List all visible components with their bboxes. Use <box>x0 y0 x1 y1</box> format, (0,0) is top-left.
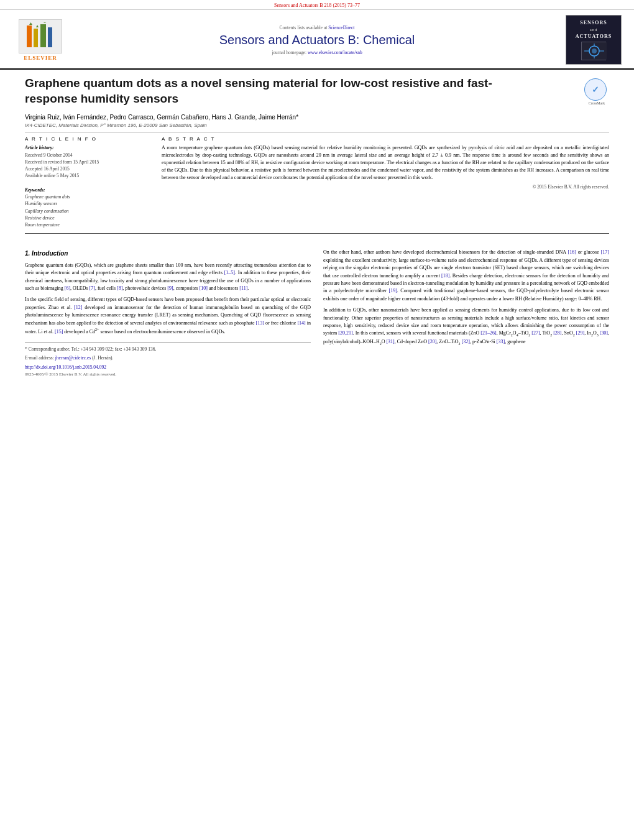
ref-29[interactable]: [29] <box>576 330 584 336</box>
article-content: Graphene quantum dots as a novel sensing… <box>0 70 634 384</box>
ref-18[interactable]: [18] <box>441 273 449 279</box>
article-info-heading: A R T I C L E I N F O <box>25 136 149 142</box>
ref-9[interactable]: [9] <box>167 285 173 291</box>
ref-33[interactable]: [33] <box>497 339 505 344</box>
body-content: 1. Introduction Graphene quantum dots (G… <box>25 249 609 377</box>
ref-12[interactable]: [12] <box>74 305 82 310</box>
sensors-logo: SENSORS and ACTUATORS <box>566 15 622 65</box>
body-para-3: On the other hand, other authors have de… <box>323 249 609 303</box>
page: Sensors and Actuators B 218 (2015) 73–77… <box>0 0 634 840</box>
issn-line: 0925-4005/© 2015 Elsevier B.V. All right… <box>25 371 311 378</box>
elsevier-logo-image <box>19 19 62 53</box>
sensors-logo-title: SENSORS and ACTUATORS <box>576 19 612 40</box>
journal-header: ELSEVIER Contents lists available at Sci… <box>0 10 634 70</box>
elsevier-logo: ELSEVIER <box>12 19 68 61</box>
authors: Virginia Ruiz, Iván Fernández, Pedro Car… <box>25 114 609 121</box>
ref-10[interactable]: [10] <box>200 285 208 291</box>
sensors-logo-image <box>581 42 606 60</box>
copyright: © 2015 Elsevier B.V. All rights reserved… <box>162 183 609 190</box>
ref-15[interactable]: [15] <box>55 329 63 335</box>
ref-17[interactable]: [17] <box>601 249 609 255</box>
contents-line: Contents lists available at ScienceDirec… <box>75 25 559 30</box>
journal-title: Sensors and Actuators B: Chemical <box>75 33 559 47</box>
ref-32[interactable]: [32] <box>462 339 470 344</box>
footnote-email-link[interactable]: jherran@cidetec.es <box>55 355 91 361</box>
crossmark-icon: ✓ <box>584 78 607 101</box>
section1-heading: 1. Introduction <box>25 249 311 259</box>
revised-date: Received in revised form 15 April 2015 <box>25 159 149 165</box>
citation-text: Sensors and Actuators B 218 (2015) 73–77 <box>274 2 360 8</box>
svg-marker-5 <box>36 25 39 27</box>
abstract-heading: A B S T R A C T <box>162 136 609 142</box>
homepage-line: journal homepage: www.elsevier.com/locat… <box>75 50 559 55</box>
doi-anchor[interactable]: http://dx.doi.org/10.1016/j.snb.2015.04.… <box>25 364 106 370</box>
available-date: Available online 5 May 2015 <box>25 172 149 179</box>
ref-7[interactable]: [7] <box>90 285 95 291</box>
ref-6[interactable]: [6] <box>65 285 70 291</box>
col-right: On the other hand, other authors have de… <box>323 249 609 377</box>
footnote-area: * Corresponding author. Tel.: +34 943 30… <box>25 342 311 378</box>
body-para-4: In addition to GQDs, other nanomaterials… <box>323 307 609 347</box>
ref-21-26[interactable]: [21–26] <box>480 330 496 336</box>
svg-marker-4 <box>29 22 32 25</box>
ref-16[interactable]: [16] <box>567 249 576 255</box>
footnote-corresponding: * Corresponding author. Tel.: +34 943 30… <box>25 346 311 353</box>
body-para-1: Graphene quantum dots (GQDs), which are … <box>25 262 311 293</box>
abstract-section: A B S T R A C T A room temperature graph… <box>162 136 609 228</box>
divider-2 <box>25 233 609 234</box>
journal-center: Contents lists available at ScienceDirec… <box>68 25 566 55</box>
ref-28[interactable]: [28] <box>553 330 561 336</box>
history-head: Article history: <box>25 144 149 151</box>
ref-11[interactable]: [11] <box>239 285 247 291</box>
ref-8[interactable]: [8] <box>117 285 122 291</box>
homepage-link[interactable]: www.elsevier.com/locate/snb <box>308 50 362 55</box>
abstract-text: A room temperature graphene quantum dots… <box>162 144 609 190</box>
ref-27[interactable]: [27] <box>531 330 540 336</box>
affiliation: IK4-CIDETEC, Materials Division, P° Mira… <box>25 122 609 128</box>
citation-bar: Sensors and Actuators B 218 (2015) 73–77 <box>0 0 634 10</box>
kw4: Resistive device <box>25 215 149 221</box>
kw1: Graphene quantum dots <box>25 193 149 200</box>
elsevier-text: ELSEVIER <box>24 55 57 61</box>
ref-20-21[interactable]: [20,21] <box>338 330 352 336</box>
ref-1-5[interactable]: [1–5] <box>224 270 235 275</box>
svg-rect-2 <box>40 24 46 47</box>
doi-link: http://dx.doi.org/10.1016/j.snb.2015.04.… <box>25 364 311 371</box>
kw3: Capillary condensation <box>25 208 149 215</box>
kw5: Room temperature <box>25 221 149 228</box>
accepted-date: Accepted 16 April 2015 <box>25 165 149 172</box>
ref-13[interactable]: [13] <box>256 320 264 326</box>
ref-20[interactable]: [20] <box>428 339 436 344</box>
svg-point-9 <box>592 48 597 53</box>
body-para-2: In the specific field of sensing, differ… <box>25 296 311 336</box>
svg-marker-6 <box>43 22 46 23</box>
kw2: Humidity sensors <box>25 200 149 207</box>
divider-1 <box>25 132 609 132</box>
svg-rect-1 <box>34 29 38 47</box>
footnote-email: E-mail address: jherran@cidetec.es (J. H… <box>25 354 311 362</box>
keywords-head: Keywords: <box>25 187 149 193</box>
ref-14[interactable]: [14] <box>297 320 305 326</box>
article-info: A R T I C L E I N F O Article history: R… <box>25 136 149 228</box>
svg-rect-3 <box>48 27 52 47</box>
ref-30[interactable]: [30] <box>600 330 608 336</box>
svg-rect-0 <box>27 25 32 47</box>
crossmark: ✓ CrossMark <box>584 78 609 103</box>
sciencedirect-link[interactable]: ScienceDirect <box>328 25 354 30</box>
paper-title: Graphene quantum dots as a novel sensing… <box>25 76 535 106</box>
paper-title-section: Graphene quantum dots as a novel sensing… <box>25 76 609 109</box>
ref-31[interactable]: [31] <box>386 339 394 344</box>
received-date: Received 9 October 2014 <box>25 152 149 159</box>
ref-19[interactable]: [19] <box>389 288 397 293</box>
info-section: A R T I C L E I N F O Article history: R… <box>25 136 609 228</box>
col-left: 1. Introduction Graphene quantum dots (G… <box>25 249 311 377</box>
article-info-block: Article history: Received 9 October 2014… <box>25 144 149 228</box>
